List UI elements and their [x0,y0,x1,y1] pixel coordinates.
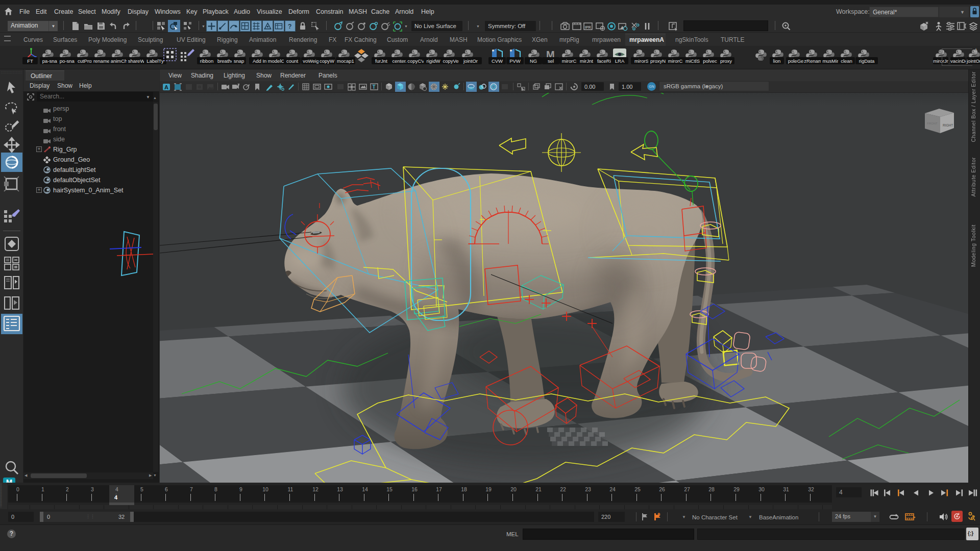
svg-text:A: A [164,84,168,90]
svg-text:FRONT: FRONT [927,122,938,125]
svg-text:IPR: IPR [585,26,591,29]
svg-text:RIGHT: RIGHT [943,123,953,127]
svg-text:?: ? [288,23,291,30]
svg-text:T: T [373,84,376,90]
